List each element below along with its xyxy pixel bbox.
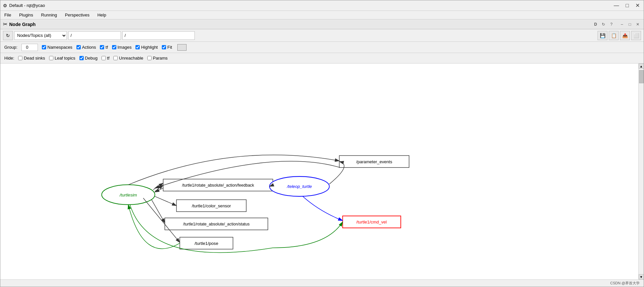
images-label: Images	[118, 45, 132, 50]
scroll-up-button[interactable]: ▲	[639, 64, 644, 69]
save-graph-button[interactable]: 💾	[598, 31, 607, 40]
pose-label: /turtle1/pose	[194, 241, 218, 246]
unreachable-option[interactable]: Unreachable	[113, 56, 143, 61]
menu-plugins[interactable]: Plugins	[18, 12, 35, 18]
params-label: Params	[153, 56, 168, 61]
options-bar: Group: Namespaces Actions tf Images High…	[0, 42, 644, 53]
tf-label: tf	[105, 45, 108, 50]
export-graph-button[interactable]: 📤	[620, 31, 630, 40]
plugin-close-btn[interactable]: ✕	[634, 21, 641, 28]
tf-option[interactable]: tf	[100, 45, 108, 50]
graph-svg: /parameter_events /turtle1/rotate_absolu…	[0, 64, 638, 279]
edge-turtlesim-color	[155, 196, 177, 206]
leaf-topics-checkbox[interactable]	[49, 56, 53, 60]
params-option[interactable]: Params	[147, 56, 168, 61]
vertical-scrollbar[interactable]: ▲ ▼	[638, 64, 644, 279]
color-sensor-label: /turtle1/color_sensor	[192, 203, 231, 208]
params-checkbox[interactable]	[147, 56, 152, 60]
main-window: ⚙ Default - rqt@ycao — □ ✕ File Plugins …	[0, 0, 644, 287]
plugin-minus-btn[interactable]: –	[619, 21, 625, 28]
feedback-label: /turtle1/rotate_absolute/_action/feedbac…	[182, 183, 254, 188]
dead-sinks-label: Dead sinks	[24, 56, 45, 61]
namespaces-label: Namespaces	[47, 45, 73, 50]
hide-label: Hide:	[4, 56, 14, 61]
edge-feedback-back	[155, 188, 163, 192]
plugin-refresh-btn[interactable]: ↻	[600, 21, 607, 28]
panel-button[interactable]: ⬜	[631, 31, 641, 40]
menu-perspectives[interactable]: Perspectives	[64, 12, 91, 18]
debug-checkbox[interactable]	[79, 56, 84, 60]
images-checkbox[interactable]	[112, 45, 116, 49]
dead-sinks-checkbox[interactable]	[18, 56, 22, 60]
highlight-color-swatch[interactable]	[177, 44, 187, 51]
title-bar: ⚙ Default - rqt@ycao — □ ✕	[0, 0, 644, 11]
plugin-d-btn[interactable]: D	[592, 21, 599, 28]
group-label: Group:	[4, 45, 17, 50]
teleop-turtle-label: /teleop_turtle	[287, 184, 312, 189]
parameter-events-label: /parameter_events	[356, 159, 393, 164]
hide-tf-option[interactable]: tf	[102, 56, 109, 61]
hide-tf-label: tf	[107, 56, 109, 61]
menu-file[interactable]: File	[3, 12, 13, 18]
scroll-thumb[interactable]	[639, 70, 644, 83]
unreachable-checkbox[interactable]	[113, 56, 118, 60]
menu-running[interactable]: Running	[40, 12, 58, 18]
leaf-topics-option[interactable]: Leaf topics	[49, 56, 75, 61]
unreachable-label: Unreachable	[119, 56, 143, 61]
highlight-label: Highlight	[141, 45, 158, 50]
plugin-controls: D ↻ ? – □ ✕	[592, 21, 641, 28]
debug-label: Debug	[85, 56, 98, 61]
tf-checkbox[interactable]	[100, 45, 104, 49]
copy-graph-button[interactable]: 📋	[609, 31, 619, 40]
actions-label: Actions	[82, 45, 96, 50]
highlight-checkbox[interactable]	[135, 45, 140, 49]
maximize-button[interactable]: □	[624, 3, 630, 8]
highlight-option[interactable]: Highlight	[135, 45, 158, 50]
namespaces-checkbox[interactable]	[42, 45, 46, 49]
cmd-vel-label: /turtle1/cmd_vel	[356, 220, 387, 224]
plugin-help-btn[interactable]: ?	[608, 21, 615, 28]
edge-turtlesim-status	[152, 200, 165, 223]
plugin-box-btn[interactable]: □	[627, 21, 633, 28]
plugin-header: ✂ Node Graph D ↻ ? – □ ✕	[0, 19, 644, 29]
dead-sinks-option[interactable]: Dead sinks	[18, 56, 45, 61]
minimize-button[interactable]: —	[612, 3, 620, 8]
namespaces-option[interactable]: Namespaces	[42, 45, 73, 50]
refresh-button[interactable]: ↻	[3, 31, 13, 40]
window-title: Default - rqt@ycao	[9, 3, 612, 8]
actions-option[interactable]: Actions	[76, 45, 96, 50]
graph-canvas[interactable]: /parameter_events /turtle1/rotate_absolu…	[0, 64, 644, 279]
fit-label: Fit	[167, 45, 172, 50]
plugin-scissors-icon: ✂	[3, 21, 7, 27]
leaf-topics-label: Leaf topics	[55, 56, 75, 61]
edge-teleop-cmdvel	[303, 196, 343, 221]
node-filter-input[interactable]	[122, 31, 195, 40]
status-label: /turtle1/rotate_absolute/_action/status	[183, 222, 250, 226]
namespace-filter-input[interactable]	[68, 31, 121, 40]
hide-bar: Hide: Dead sinks Leaf topics Debug tf Un…	[0, 53, 644, 64]
hide-tf-checkbox[interactable]	[102, 56, 106, 60]
scroll-down-button[interactable]: ▼	[639, 274, 644, 279]
node-filter-dropdown[interactable]: Nodes/Topics (all)	[14, 31, 67, 40]
status-bar: CSDN @界首大学	[0, 279, 644, 287]
images-option[interactable]: Images	[112, 45, 132, 50]
window-controls: — □ ✕	[612, 3, 641, 8]
close-button[interactable]: ✕	[634, 3, 641, 8]
menu-bar: File Plugins Running Perspectives Help	[0, 11, 644, 19]
right-toolbar-buttons: 💾 📋 📤 ⬜	[598, 31, 641, 40]
plugin-title: Node Graph	[9, 22, 592, 27]
actions-checkbox[interactable]	[76, 45, 81, 49]
status-text: CSDN @界首大学	[610, 281, 640, 286]
menu-help[interactable]: Help	[96, 12, 107, 18]
toolbar: ↻ Nodes/Topics (all) 💾 📋 📤 ⬜	[0, 29, 644, 42]
debug-option[interactable]: Debug	[79, 56, 98, 61]
turtlesim-label: /turtlesim	[119, 193, 137, 197]
group-input[interactable]	[21, 44, 38, 51]
app-icon: ⚙	[3, 3, 7, 8]
fit-option[interactable]: Fit	[162, 45, 172, 50]
fit-checkbox[interactable]	[162, 45, 166, 49]
